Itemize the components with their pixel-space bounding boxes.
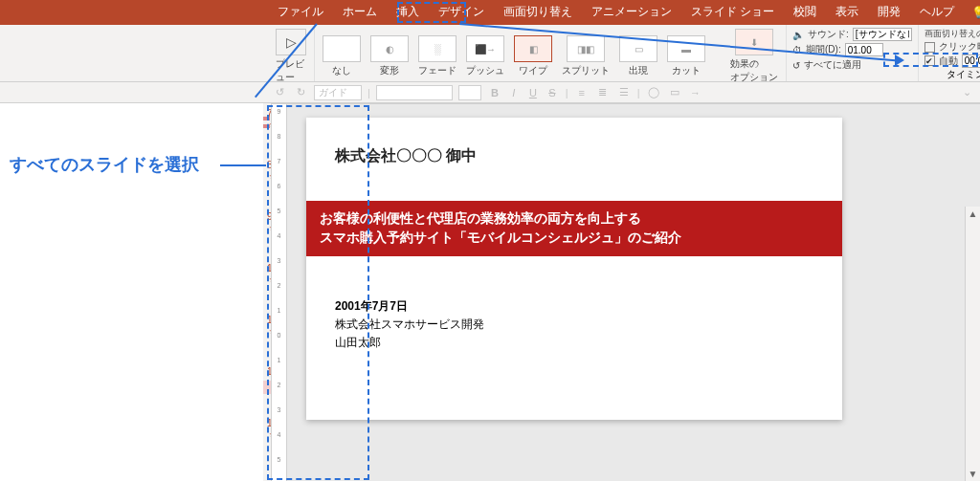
italic-button[interactable]: I [506, 87, 522, 98]
onclick-checkbox[interactable] [924, 42, 935, 53]
transition-fade[interactable]: ░フェード [416, 33, 458, 79]
align-left-icon[interactable]: ≡ [574, 87, 590, 98]
transition-cut[interactable]: ▬カット [665, 33, 707, 79]
thumbnail-panel[interactable]: 7★ 8★ 9★ 10★ 11★ 12★ 13★ [263, 103, 272, 481]
slide-date[interactable]: 2001年7月7日 [335, 298, 813, 315]
auto-checkbox[interactable] [924, 55, 935, 66]
shape-rect-icon[interactable]: ▭ [667, 86, 682, 98]
transition-wipe[interactable]: ◧ワイプ [512, 33, 554, 79]
underline-button[interactable]: U [525, 87, 541, 98]
shape-ellipse-icon[interactable]: ◯ [646, 86, 661, 98]
tab-transitions[interactable]: 画面切り替え [494, 0, 582, 25]
auto-time-input[interactable] [962, 55, 980, 68]
strike-button[interactable]: S [545, 87, 560, 98]
preview-button[interactable]: ▷ プレビュー [274, 27, 308, 86]
transition-split[interactable]: ◨◧スプリット [560, 33, 612, 79]
scroll-down-icon[interactable]: ▼ [967, 467, 980, 481]
guide-dropdown[interactable]: ガイド [314, 85, 362, 100]
tab-file[interactable]: ファイル [268, 0, 333, 25]
ribbon-group-transitions: なし ◐変形 ░フェード ⬛→プッシュ ◧ワイプ ◨◧スプリット ▭出現 ▬カッ… [315, 25, 787, 81]
effect-options-button[interactable]: ⬇効果の オプション [728, 27, 780, 86]
menu-tabs: ファイル ホーム 挿入 デザイン 画面切り替え アニメーション スライド ショー… [268, 0, 964, 25]
font-size-select[interactable] [458, 85, 481, 100]
duration-label: 期間(D): [806, 43, 841, 56]
shape-arrow-icon[interactable]: → [688, 87, 703, 98]
tab-animations[interactable]: アニメーション [582, 0, 681, 25]
slide-editor: 1615141312111098765432101234567891011121… [272, 103, 980, 481]
scroll-up-icon[interactable]: ▲ [967, 207, 980, 221]
slide-title-line1: お客様の利便性と代理店の業務効率の両方を向上する [320, 210, 829, 228]
undo-icon[interactable]: ↺ [272, 86, 287, 98]
tab-design[interactable]: デザイン [429, 0, 494, 25]
title-bar: ファイル ホーム 挿入 デザイン 画面切り替え アニメーション スライド ショー… [0, 0, 980, 25]
lightbulb-icon: 💡 [971, 6, 980, 19]
redo-icon[interactable]: ↻ [293, 86, 308, 98]
ribbon-group-timing-right: 画面切り替えのタイミング クリック時 自動 タイミング [918, 25, 980, 81]
slide-addressee[interactable]: 株式会社〇〇〇 御中 [335, 146, 813, 166]
sound-label: サウンド: [808, 28, 849, 41]
workspace: 7★ 8★ 9★ 10★ 11★ 12★ 13★ 161514131211109… [0, 103, 980, 481]
transition-morph[interactable]: ◐変形 [368, 33, 411, 79]
transition-push[interactable]: ⬛→プッシュ [464, 33, 506, 79]
transition-reveal[interactable]: ▭出現 [617, 33, 659, 79]
timing-heading: 画面切り替えのタイミング [924, 27, 980, 40]
play-icon: ▷ [276, 29, 306, 55]
slide[interactable]: 株式会社〇〇〇 御中 お客様の利便性と代理店の業務効率の両方を向上する スマホ購… [306, 118, 842, 420]
slide-author[interactable]: 山田太郎 [335, 335, 813, 351]
ribbon-group-preview: ▷ プレビュー プレビュー [268, 25, 315, 81]
tab-help[interactable]: ヘルプ [910, 0, 964, 25]
scrollbar-vertical[interactable]: ▲ ▼ [965, 207, 980, 481]
group-label-timing: タイミング [924, 68, 980, 81]
slide-title-band[interactable]: お客様の利便性と代理店の業務効率の両方を向上する スマホ購入予約サイト「モバイル… [306, 201, 842, 256]
ribbon: ▷ プレビュー プレビュー なし ◐変形 ░フェード ⬛→プッシュ ◧ワイプ ◨… [0, 25, 980, 82]
slide-title-line2: スマホ購入予約サイト「モバイルコンシェルジュ」のご紹介 [320, 230, 829, 247]
apply-all-icon: ↺ [792, 60, 800, 71]
font-style-group: B I U S [487, 87, 560, 98]
speaker-icon: 🔈 [792, 30, 804, 40]
tab-insert[interactable]: 挿入 [387, 0, 429, 25]
bullets-icon[interactable]: ☰ [616, 86, 632, 98]
tab-view[interactable]: 表示 [826, 0, 868, 25]
slide-company[interactable]: 株式会社スマホサービス開発 [335, 317, 813, 333]
tab-home[interactable]: ホーム [333, 0, 387, 25]
auto-label: 自動 [939, 55, 958, 68]
apply-all-button[interactable]: すべてに適用 [804, 58, 861, 72]
clock-icon: ⏱ [792, 45, 802, 55]
formatting-bar: ↺ ↻ ガイド | B I U S | ≡ ≣ ☰ | ◯ ▭ → ⌄ [0, 82, 980, 103]
ruler-vertical: 9876543210123456789 [272, 104, 287, 481]
tab-developer[interactable]: 開発 [868, 0, 910, 25]
tab-review[interactable]: 校閲 [784, 0, 826, 25]
font-family-select[interactable] [376, 85, 453, 100]
chevron-collapse-icon[interactable]: ⌄ [959, 86, 974, 98]
onclick-label: クリック時 [939, 40, 980, 54]
tab-slideshow[interactable]: スライド ショー [681, 0, 784, 25]
sound-select[interactable] [853, 28, 912, 41]
ribbon-group-timing-left: 🔈サウンド: ⏱期間(D): ↺すべてに適用 [787, 25, 918, 81]
duration-input[interactable] [845, 43, 883, 56]
slide-canvas[interactable]: 株式会社〇〇〇 御中 お客様の利便性と代理店の業務効率の両方を向上する スマホ購… [287, 104, 980, 481]
align-center-icon[interactable]: ≣ [595, 86, 611, 98]
transition-none[interactable]: なし [321, 33, 363, 79]
preview-label: プレビュー [276, 57, 306, 84]
bold-button[interactable]: B [487, 87, 502, 98]
